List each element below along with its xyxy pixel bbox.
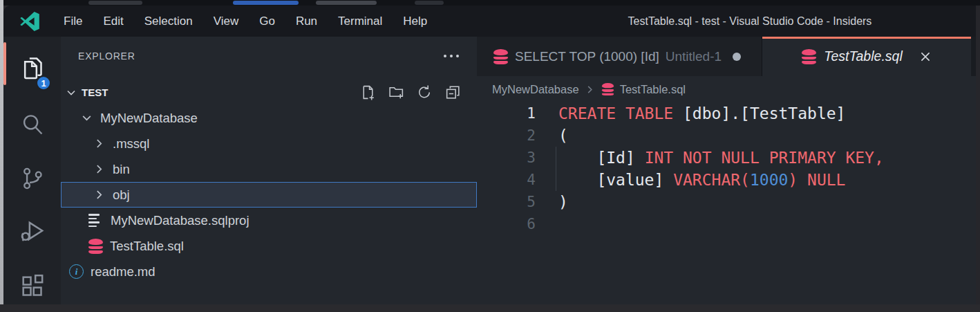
chevron-right-icon xyxy=(94,190,104,200)
artifact-blob xyxy=(88,1,142,5)
screenshot-root: File Edit Selection View Go Run Terminal… xyxy=(0,0,980,312)
section-label: TEST xyxy=(82,86,108,98)
info-icon: i xyxy=(69,264,84,279)
activity-run-debug[interactable] xyxy=(3,205,61,259)
line-number: 5 xyxy=(477,194,536,210)
window-title: TestTable.sql - test - Visual Studio Cod… xyxy=(549,15,950,28)
chevron-right-icon xyxy=(94,138,104,149)
database-file-icon xyxy=(88,239,103,254)
section-header-test[interactable]: TEST xyxy=(61,81,477,104)
menu-item-run[interactable]: Run xyxy=(285,10,328,33)
tree-item-label: obj xyxy=(113,187,130,203)
close-icon[interactable] xyxy=(919,51,932,63)
tree-item-label: readme.md xyxy=(91,264,156,279)
activity-bar: 1 xyxy=(3,37,61,304)
tree-item-testtable-sql[interactable]: TestTable.sql xyxy=(61,233,477,259)
code-line: 2 ( xyxy=(477,125,976,147)
breadcrumb-item-database[interactable]: MyNewDatabase xyxy=(492,83,579,96)
code-text: ( xyxy=(558,127,568,145)
line-number: 6 xyxy=(477,216,536,232)
breadcrumb: MyNewDatabase TestTable.sql xyxy=(477,76,976,102)
sqlproj-file-icon xyxy=(88,213,104,228)
tree-item-label: MyNewDatabase xyxy=(100,111,198,126)
tree-item-sqlproj[interactable]: MyNewDatabase.sqlproj xyxy=(61,208,477,233)
code-line: 3 [Id] INT NOT NULL PRIMARY KEY, xyxy=(477,147,976,169)
database-icon xyxy=(493,49,508,64)
menu-item-selection[interactable]: Selection xyxy=(134,10,203,33)
vscode-window: File Edit Selection View Go Run Terminal… xyxy=(3,6,976,304)
tab-untitled-1[interactable]: SELECT TOP (1000) [Id] Untitled-1 xyxy=(477,37,762,76)
activity-source-control[interactable] xyxy=(3,152,61,205)
chevron-right-icon xyxy=(585,85,594,94)
tree-item-label: bin xyxy=(113,162,130,177)
line-number: 4 xyxy=(477,172,536,188)
menu-item-go[interactable]: Go xyxy=(249,10,285,33)
tab-title: TestTable.sql xyxy=(824,48,902,64)
collapse-all-icon[interactable] xyxy=(444,84,462,101)
screen-edge-artifact xyxy=(3,0,980,6)
tree-item-mynewdatabase[interactable]: MyNewDatabase xyxy=(61,105,477,131)
refresh-icon[interactable] xyxy=(416,84,433,101)
tree-item-mssql[interactable]: .mssql xyxy=(61,131,477,156)
breadcrumb-item-file[interactable]: TestTable.sql xyxy=(620,83,686,96)
tree-item-readme[interactable]: i readme.md xyxy=(61,259,477,284)
code-line: 5 ) xyxy=(477,191,976,213)
chevron-right-icon xyxy=(94,164,104,174)
code-line: 4 [value] VARCHAR(1000) NULL xyxy=(477,169,976,191)
menu-item-edit[interactable]: Edit xyxy=(93,10,133,33)
code-editor[interactable]: 1 CREATE TABLE [dbo].[TestTable] 2 ( 3 [… xyxy=(477,102,976,304)
screen-edge-right xyxy=(976,6,980,304)
code-line: 6 xyxy=(477,213,976,235)
tree-item-label: .mssql xyxy=(113,136,149,152)
tree-item-obj[interactable]: obj xyxy=(61,182,477,208)
git-branch-icon xyxy=(19,165,46,192)
tree-item-label: MyNewDatabase.sqlproj xyxy=(111,213,249,228)
search-icon xyxy=(19,111,46,138)
editor-area: SELECT TOP (1000) [Id] Untitled-1 TestTa… xyxy=(477,37,976,304)
tab-bar: SELECT TOP (1000) [Id] Untitled-1 TestTa… xyxy=(477,37,976,76)
screen-edge-bottom xyxy=(0,304,980,312)
new-folder-icon[interactable] xyxy=(388,84,405,101)
line-number: 2 xyxy=(477,127,536,144)
menubar: File Edit Selection View Go Run Terminal… xyxy=(53,10,437,33)
more-actions-icon[interactable] xyxy=(441,52,462,60)
line-number: 3 xyxy=(477,149,536,166)
activity-extensions[interactable] xyxy=(3,259,61,304)
code-text: ) xyxy=(558,193,568,211)
artifact-blob xyxy=(233,1,299,5)
tree-item-bin[interactable]: bin xyxy=(61,156,477,182)
new-file-icon[interactable] xyxy=(359,84,377,101)
extensions-icon xyxy=(19,273,46,300)
active-view-indicator xyxy=(3,42,6,85)
menu-item-help[interactable]: Help xyxy=(393,10,437,33)
tab-testtable-sql[interactable]: TestTable.sql xyxy=(762,37,971,76)
explorer-badge: 1 xyxy=(36,75,51,91)
vscode-insiders-logo-icon xyxy=(19,10,41,33)
indent-guide xyxy=(556,147,556,191)
tab-subtitle: Untitled-1 xyxy=(666,49,722,64)
tab-title: SELECT TOP (1000) [Id] xyxy=(515,49,659,64)
code-text: [value] VARCHAR(1000) NULL xyxy=(558,171,845,189)
database-icon xyxy=(602,83,614,95)
code-text: CREATE TABLE [dbo].[TestTable] xyxy=(558,104,845,122)
artifact-blob xyxy=(316,1,377,5)
activity-search[interactable] xyxy=(3,98,61,152)
explorer-sidebar: EXPLORER TEST xyxy=(61,37,477,304)
line-number: 1 xyxy=(477,105,536,122)
debug-icon xyxy=(19,219,46,246)
sidebar-title: EXPLORER xyxy=(78,51,135,62)
dirty-indicator-icon[interactable] xyxy=(733,53,741,61)
chevron-down-icon xyxy=(66,88,76,98)
titlebar: File Edit Selection View Go Run Terminal… xyxy=(3,6,976,37)
code-text: [Id] INT NOT NULL PRIMARY KEY, xyxy=(558,149,884,167)
database-icon xyxy=(802,49,816,64)
tree-item-label: TestTable.sql xyxy=(110,239,184,254)
activity-explorer[interactable]: 1 xyxy=(3,37,61,98)
section-actions xyxy=(359,84,462,101)
file-tree: MyNewDatabase .mssql bin xyxy=(61,105,477,284)
menu-item-view[interactable]: View xyxy=(203,10,249,33)
menu-item-file[interactable]: File xyxy=(53,10,93,33)
chevron-down-icon xyxy=(82,113,92,123)
menu-item-terminal[interactable]: Terminal xyxy=(328,10,393,33)
code-line: 1 CREATE TABLE [dbo].[TestTable] xyxy=(477,102,976,125)
